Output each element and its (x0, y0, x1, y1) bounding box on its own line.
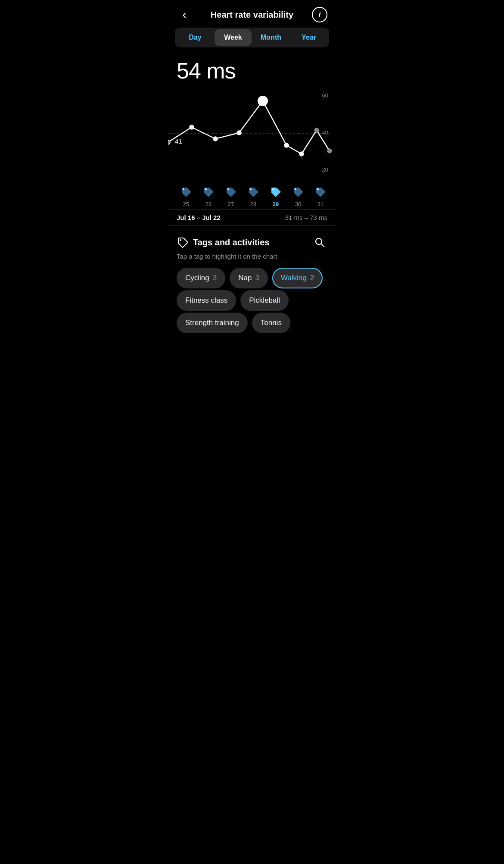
header: ‹ Heart rate variability i (168, 0, 336, 28)
svg-point-5 (190, 125, 194, 129)
back-icon: ‹ (182, 9, 186, 21)
search-icon (314, 237, 325, 248)
svg-text:41: 41 (175, 138, 182, 145)
tag-icon-29 (268, 184, 284, 200)
tab-day[interactable]: Day (177, 29, 214, 46)
pill-label-nap: Nap (238, 274, 252, 282)
svg-point-4 (168, 140, 170, 144)
tag-icon-27 (223, 184, 239, 200)
pills-row-3: Strength training Tennis (177, 313, 327, 333)
pill-fitness-class[interactable]: Fitness class (177, 290, 236, 311)
pills-row-1: Cycling 3 Nap 3 Walking 2 (177, 268, 327, 288)
tag-item-27[interactable]: 27 (220, 184, 242, 207)
pills-row-2: Fitness class Pickleball (177, 290, 327, 311)
svg-point-12 (327, 149, 332, 153)
tag-label-26: 26 (205, 201, 212, 207)
tag-label-27: 27 (228, 201, 234, 207)
tag-icon-25 (178, 184, 194, 200)
pill-label-fitness-class: Fitness class (185, 296, 227, 305)
tag-label-31: 31 (317, 201, 324, 207)
svg-point-11 (314, 128, 319, 132)
svg-point-6 (213, 137, 218, 141)
page-title: Heart rate variability (192, 10, 312, 20)
tag-item-31[interactable]: 31 (309, 184, 332, 207)
info-button[interactable]: i (312, 7, 327, 22)
tag-label-28: 28 (250, 201, 256, 207)
back-button[interactable]: ‹ (177, 7, 192, 22)
pill-label-walking: Walking (281, 274, 307, 282)
svg-point-19 (295, 188, 296, 190)
activities-section: Tags and activities Tap a tag to highlig… (168, 226, 336, 342)
tag-section-icon (177, 236, 189, 248)
pill-label-strength-training: Strength training (185, 319, 239, 327)
hrv-chart: 60 40 20 41 (168, 87, 336, 182)
pill-cycling[interactable]: Cycling 3 (177, 268, 225, 288)
section-header: Tags and activities (177, 235, 327, 250)
pill-strength-training[interactable]: Strength training (177, 313, 248, 333)
tag-row: 25 26 27 28 (168, 182, 336, 207)
tag-item-26[interactable]: 26 (197, 184, 220, 207)
date-range-values: 31 ms – 73 ms (285, 214, 327, 221)
svg-text:60: 60 (322, 92, 328, 99)
pill-pickleball[interactable]: Pickleball (240, 290, 289, 311)
svg-point-20 (317, 188, 319, 190)
svg-point-7 (237, 131, 241, 135)
svg-line-25 (321, 244, 324, 247)
tag-icon-26 (200, 184, 217, 200)
svg-point-14 (183, 188, 184, 190)
pill-count-walking: 2 (310, 274, 314, 282)
info-icon: i (318, 10, 320, 19)
svg-point-18 (272, 188, 274, 190)
tag-icon-32 (335, 184, 336, 200)
tab-month[interactable]: Month (252, 29, 289, 46)
svg-point-9 (284, 143, 289, 147)
tag-item-29[interactable]: 29 (264, 184, 287, 207)
pill-label-cycling: Cycling (185, 274, 209, 282)
pill-label-tennis: Tennis (261, 319, 282, 327)
tag-label-25: 25 (183, 201, 189, 207)
main-hrv-value: 54 ms (168, 54, 336, 84)
tag-icon-31 (312, 184, 329, 200)
svg-point-15 (205, 188, 207, 190)
pill-walking[interactable]: Walking 2 (272, 268, 323, 288)
tag-icon-28 (245, 184, 261, 200)
svg-point-8 (258, 96, 268, 106)
pill-count-cycling: 3 (213, 274, 217, 282)
tab-week[interactable]: Week (215, 29, 252, 46)
tag-item-32[interactable]: 32 (332, 184, 336, 207)
tag-label-30: 30 (295, 201, 301, 207)
svg-point-17 (250, 188, 252, 190)
date-range-bar: Jul 16 – Jul 22 31 ms – 73 ms (168, 209, 336, 226)
svg-point-16 (227, 188, 229, 190)
tag-icon-30 (290, 184, 306, 200)
tab-bar: Day Week Month Year (175, 28, 329, 47)
search-button[interactable] (312, 235, 327, 250)
pill-tennis[interactable]: Tennis (252, 313, 290, 333)
tag-item-30[interactable]: 30 (287, 184, 309, 207)
tag-label-29: 29 (273, 201, 279, 207)
svg-point-23 (180, 239, 181, 241)
pill-label-pickleball: Pickleball (249, 296, 280, 305)
pill-count-nap: 3 (255, 274, 259, 282)
section-title: Tags and activities (193, 238, 269, 247)
tab-year[interactable]: Year (290, 29, 327, 46)
section-title-row: Tags and activities (177, 236, 269, 248)
chart-svg: 60 40 20 41 (168, 87, 336, 182)
svg-text:20: 20 (322, 166, 328, 173)
tag-item-25[interactable]: 25 (175, 184, 197, 207)
svg-point-10 (299, 152, 304, 156)
svg-text:40: 40 (322, 129, 328, 136)
pill-nap[interactable]: Nap 3 (230, 268, 268, 288)
section-subtitle: Tap a tag to highlight it on the chart (177, 253, 327, 260)
tag-item-28[interactable]: 28 (242, 184, 264, 207)
date-range-start: Jul 16 – Jul 22 (177, 214, 221, 221)
